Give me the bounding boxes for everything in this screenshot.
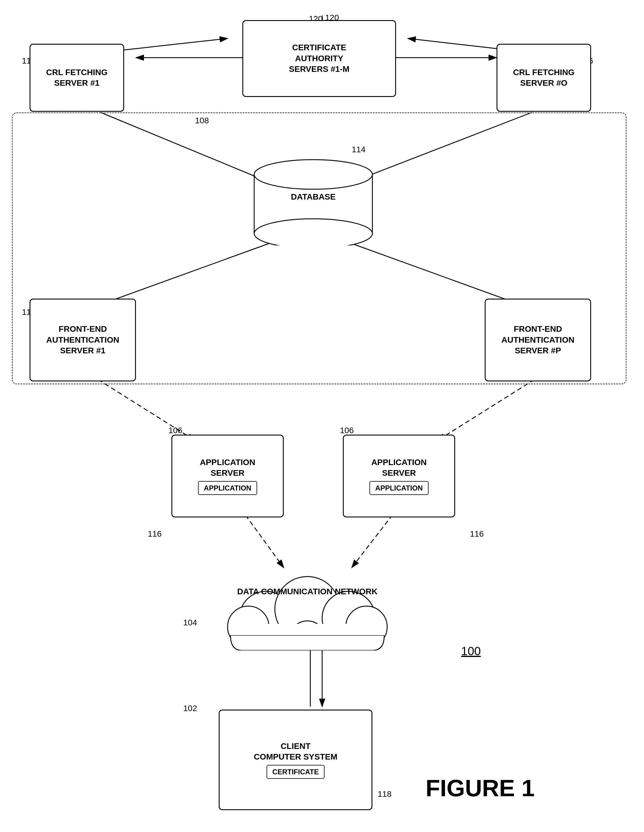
ref-102-label: 102 (183, 704, 197, 713)
ref-118-label: 118 (378, 789, 392, 799)
client-computer-box: CLIENTCOMPUTER SYSTEM CERTIFICATE (219, 710, 372, 810)
ref-116d-label: 116 (470, 529, 484, 539)
ref-120-label: 120 (325, 13, 339, 22)
ref-100-label: 100 (461, 645, 481, 658)
crl-server1-box: CRL FETCHINGSERVER #1 (30, 44, 124, 112)
app-server2-box: APPLICATIONSERVER APPLICATION (343, 435, 455, 517)
svg-point-18 (254, 219, 372, 245)
database-shape: DATABASE (242, 151, 384, 245)
ref-106a-label: 106 (168, 426, 182, 435)
frontend-auth1-box: FRONT-ENDAUTHENTICATIONSERVER #1 (30, 299, 136, 381)
certificate-authority-box: CERTIFICATE AUTHORITY SERVERS #1-M (242, 20, 396, 97)
ref-108-label: 108 (195, 116, 209, 125)
ref-106b-label: 106 (340, 426, 354, 435)
app-server1-box: APPLICATIONSERVER APPLICATION (171, 435, 284, 517)
figure-label: FIGURE 1 (426, 774, 535, 802)
ref-104-label: 104 (183, 618, 197, 627)
svg-line-3 (121, 38, 228, 50)
svg-line-5 (408, 38, 511, 50)
diagram: 120 CERTIFICATE AUTHORITY SERVERS #1-M 1… (0, 0, 644, 832)
certificate-inner: CERTIFICATE (267, 765, 325, 779)
ref-116c-label: 116 (148, 529, 161, 539)
svg-point-17 (254, 160, 372, 189)
data-communication-network: DATA COMMUNICATION NETWORK (207, 550, 408, 650)
crl-serverO-box: CRL FETCHINGSERVER #O (497, 44, 591, 112)
frontend-authP-box: FRONT-ENDAUTHENTICATIONSERVER #P (485, 299, 591, 381)
svg-line-11 (438, 376, 541, 440)
application2-inner: APPLICATION (369, 481, 429, 495)
application1-inner: APPLICATION (198, 481, 257, 495)
